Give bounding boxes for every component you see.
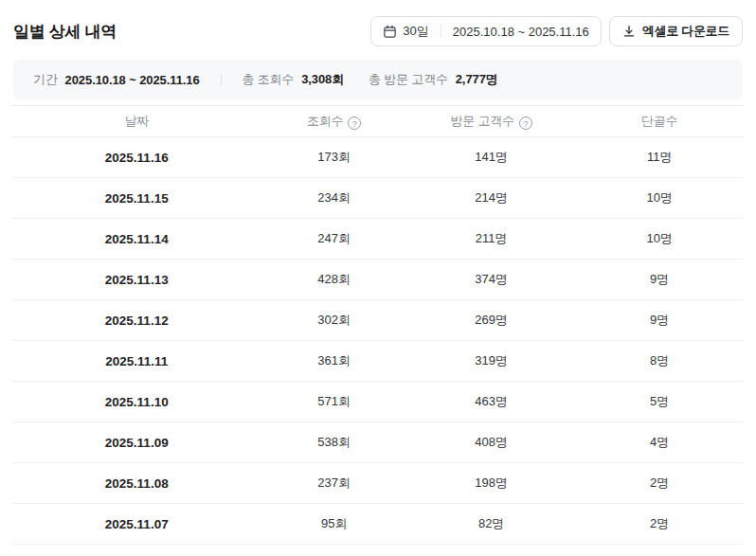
views-cell: 571회 [261,382,406,422]
table-row: 2025.11.12302회269명9명 [12,300,744,341]
visitors-cell: 82명 [407,504,576,545]
column-header-regulars: 단골수 [575,106,744,137]
date-cell: 2025.11.14 [12,219,261,260]
date-cell: 2025.11.11 [12,341,261,382]
column-header-regulars-label: 단골수 [641,114,677,128]
date-cell: 2025.11.07 [12,504,261,545]
period-value: 2025.10.18 ~ 2025.11.16 [65,73,200,87]
visitors-cell: 408명 [407,422,576,463]
header-actions: 30일 2025.10.18 ~ 2025.11.16 엑셀로 다운로드 [370,16,743,46]
date-cell: 2025.11.12 [12,300,261,341]
date-cell: 2025.11.09 [12,422,261,463]
date-cell: 2025.11.10 [12,382,261,422]
period-range-label: 2025.10.18 ~ 2025.11.16 [453,25,589,39]
total-views-value: 3,308회 [301,71,344,88]
column-header-visitors: 방문 고객수? [407,106,576,137]
table-row: 2025.11.16173회141명11명 [12,137,744,178]
visitors-cell: 319명 [407,341,576,382]
visitors-cell: 374명 [407,260,576,300]
regulars-cell: 5명 [575,382,744,422]
visitors-cell: 214명 [407,178,576,219]
views-cell: 302회 [261,300,406,341]
regulars-cell: 9명 [575,260,744,300]
regulars-cell: 11명 [575,137,744,178]
table-row: 2025.11.15234회214명10명 [12,178,744,219]
views-cell: 173회 [261,137,406,178]
views-cell: 428회 [261,260,406,300]
table-row: 2025.11.10571회463명5명 [12,382,744,422]
views-cell: 234회 [261,178,406,219]
regulars-cell: 2명 [575,504,744,545]
period-label: 기간 [33,71,58,88]
table-row: 2025.11.0795회82명2명 [12,504,744,545]
views-help-icon[interactable]: ? [348,117,361,130]
regulars-cell: 8명 [575,341,744,382]
table-row: 2025.11.09538회408명4명 [12,422,744,463]
views-cell: 361회 [261,341,406,382]
regulars-cell: 10명 [575,219,744,260]
visitors-cell: 141명 [407,137,576,178]
period-range-button[interactable]: 2025.10.18 ~ 2025.11.16 [441,17,601,45]
column-header-date-label: 날짜 [124,114,149,128]
total-views-label: 총 조회수 [243,71,295,88]
period-days-label: 30일 [403,23,428,40]
column-header-views-label: 조회수 [307,114,343,128]
summary-divider [221,74,222,86]
column-header-date: 날짜 [12,106,261,137]
excel-download-button[interactable]: 엑셀로 다운로드 [609,16,743,46]
period-button-group: 30일 2025.10.18 ~ 2025.11.16 [370,16,601,46]
calendar-icon [383,25,397,39]
visitors-cell: 211명 [407,219,576,260]
date-cell: 2025.11.08 [12,463,261,504]
page-header: 일별 상세 내역 30일 2025.10.18 ~ 2025.11.16 [0,0,756,60]
visitors-cell: 463명 [407,382,576,422]
regulars-cell: 9명 [575,300,744,341]
table-row: 2025.11.11361회319명8명 [12,341,744,382]
period-days-button[interactable]: 30일 [371,17,440,45]
table-row: 2025.11.08237회198명2명 [12,463,744,504]
visitors-help-icon[interactable]: ? [519,117,532,130]
visitors-cell: 269명 [407,300,576,341]
date-cell: 2025.11.16 [12,137,261,178]
views-cell: 237회 [261,463,406,504]
table-row: 2025.11.14247회211명10명 [12,219,744,260]
views-cell: 95회 [261,504,406,545]
download-icon [622,25,636,38]
views-cell: 247회 [261,219,406,260]
excel-download-label: 엑셀로 다운로드 [642,23,729,40]
column-header-views: 조회수? [261,106,406,137]
table-header-row: 날짜 조회수? 방문 고객수? 단골수 [12,106,744,137]
summary-bar: 기간 2025.10.18 ~ 2025.11.16 총 조회수 3,308회 … [13,60,743,99]
total-visitors-label: 총 방문 고객수 [369,71,448,88]
date-cell: 2025.11.15 [12,178,261,219]
regulars-cell: 10명 [575,178,744,219]
regulars-cell: 2명 [575,463,744,504]
table-body: 2025.11.16173회141명11명2025.11.15234회214명1… [12,137,744,545]
total-visitors-value: 2,777명 [456,71,498,88]
regulars-cell: 4명 [575,422,744,463]
views-cell: 538회 [261,422,406,463]
daily-detail-table: 날짜 조회수? 방문 고객수? 단골수 2025.11.16173회141명11… [12,105,744,545]
table-row: 2025.11.13428회374명9명 [12,260,744,300]
page-title: 일별 상세 내역 [13,21,117,43]
date-cell: 2025.11.13 [12,260,261,300]
column-header-visitors-label: 방문 고객수 [450,114,513,128]
visitors-cell: 198명 [407,463,576,504]
